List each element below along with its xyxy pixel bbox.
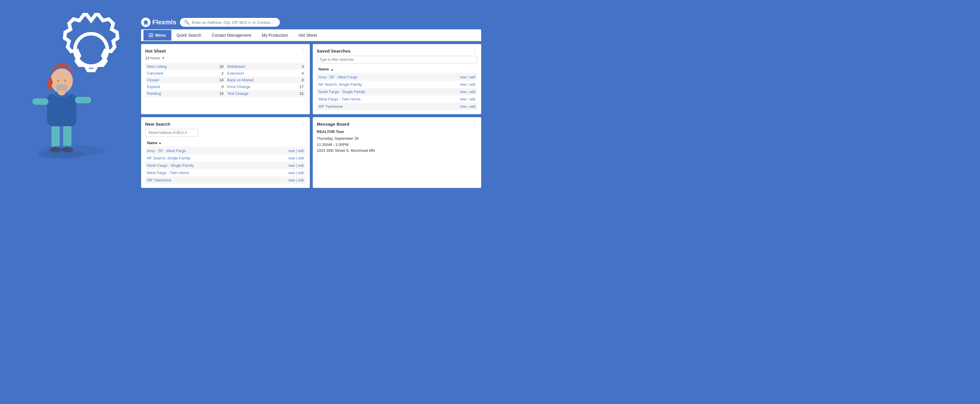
hot-sheet-right-col: Withdrawn 3 Extension 4 Back on Market 0… <box>226 63 306 97</box>
saved-search-edit-0[interactable]: edit <box>470 75 475 79</box>
new-search-new-2[interactable]: new <box>288 163 295 168</box>
saved-search-edit-4[interactable]: edit <box>470 105 475 109</box>
hot-sheet-menu-icon[interactable]: ⋮ <box>301 48 306 54</box>
new-search-name-4[interactable]: WF Twinhome <box>147 178 171 182</box>
hot-sheet-table: New Listing 10 Canceled 2 Closed 14 Expi… <box>145 63 306 97</box>
new-search-edit-4[interactable]: edit <box>298 178 304 182</box>
new-search-name-2[interactable]: North Fargo - Single Family <box>147 163 194 168</box>
saved-search-new-3[interactable]: new <box>460 97 466 101</box>
pending-count: 15 <box>218 91 224 96</box>
nav-link-quick-search[interactable]: Quick Search <box>171 29 207 41</box>
hot-sheet-row-withdrawn: Withdrawn 3 <box>226 63 306 70</box>
new-search-name-0[interactable]: Amy - SF - West Fargo <box>147 149 186 153</box>
new-search-new-0[interactable]: new <box>288 149 295 153</box>
saved-searches-menu-icon[interactable]: ⋮ <box>472 48 477 54</box>
saved-search-name-4[interactable]: WF Twinhome <box>319 104 343 109</box>
nav-item-contact-management[interactable]: Contact Management <box>207 29 257 41</box>
message-board-title: Message Board <box>317 122 350 127</box>
saved-search-actions-3: new | edit <box>460 97 476 101</box>
nav-link-hot-sheet[interactable]: Hot Sheet <box>293 29 322 41</box>
withdrawn-link[interactable]: Withdrawn <box>227 64 245 69</box>
nav-link-contact-management[interactable]: Contact Management <box>207 29 257 41</box>
hot-sheet-left-col: New Listing 10 Canceled 2 Closed 14 Expi… <box>145 63 226 97</box>
nav-link-my-production[interactable]: My Production <box>256 29 293 41</box>
saved-search-edit-2[interactable]: edit <box>470 90 475 94</box>
canceled-link[interactable]: Canceled <box>147 71 163 76</box>
saved-search-actions-2: new | edit <box>460 90 476 94</box>
saved-searches-title: Saved Searches <box>317 48 351 54</box>
saved-search-edit-3[interactable]: edit <box>470 97 475 101</box>
saved-searches-panel: Saved Searches ⋮ Name ▲ Amy - SF - West … <box>313 44 482 114</box>
svg-point-11 <box>57 79 59 82</box>
saved-search-name-3[interactable]: West Fargo - Twin Home <box>319 97 361 101</box>
new-search-new-3[interactable]: new <box>288 171 295 175</box>
new-search-input[interactable] <box>145 129 198 136</box>
closed-link[interactable]: Closed <box>147 78 159 82</box>
new-listing-link[interactable]: New Listing <box>147 64 167 69</box>
new-search-name-3[interactable]: West Fargo - Twin Home <box>147 171 189 175</box>
pending-link[interactable]: Pending <box>147 91 161 96</box>
menu-button[interactable]: Menu <box>143 30 171 41</box>
saved-search-name-1[interactable]: NF Search, Single Family <box>319 82 362 87</box>
new-search-sort-icon[interactable]: ▲ <box>158 141 161 144</box>
saved-searches-filter[interactable] <box>317 56 477 63</box>
search-input[interactable] <box>192 20 274 25</box>
hot-sheet-time[interactable]: 24 hours ▼ <box>145 56 306 60</box>
nav-item-quick-search[interactable]: Quick Search <box>171 29 207 41</box>
new-search-divider-4: | <box>296 178 297 182</box>
name-sort-icon[interactable]: ▲ <box>331 68 334 71</box>
svg-rect-13 <box>56 84 68 91</box>
hot-sheet-time-label: 24 hours <box>145 56 160 60</box>
logo-icon <box>141 17 151 27</box>
expired-link[interactable]: Expired <box>147 84 160 89</box>
new-search-menu-icon[interactable]: ⋮ <box>301 121 306 127</box>
new-search-actions-4: new | edit <box>288 178 304 182</box>
saved-search-new-0[interactable]: new <box>460 75 466 79</box>
new-search-item-1: NF Search, Single Family new | edit <box>145 154 306 162</box>
time-dropdown-arrow: ▼ <box>162 56 165 60</box>
new-search-divider-2: | <box>296 163 297 168</box>
menu-label: Menu <box>155 33 166 38</box>
price-change-count: 17 <box>298 84 304 89</box>
new-search-edit-0[interactable]: edit <box>298 149 304 153</box>
new-search-edit-1[interactable]: edit <box>298 156 304 160</box>
extension-link[interactable]: Extension <box>227 71 244 76</box>
back-on-market-link[interactable]: Back on Market <box>227 78 254 82</box>
saved-searches-col-header: Name ▲ <box>317 66 477 73</box>
person-shadow <box>38 145 106 155</box>
new-search-item-3: West Fargo - Twin Home new | edit <box>145 169 306 176</box>
hamburger-icon <box>149 33 153 37</box>
new-search-edit-2[interactable]: edit <box>298 163 304 168</box>
saved-search-edit-1[interactable]: edit <box>470 82 475 87</box>
saved-search-name-2[interactable]: North Fargo - Single Family <box>319 90 365 94</box>
saved-search-new-4[interactable]: new <box>460 105 466 109</box>
new-search-divider-3: | <box>296 171 297 175</box>
back-on-market-count: 0 <box>298 78 304 82</box>
new-listing-count: 10 <box>218 64 224 69</box>
hot-sheet-panel: Hot Sheet ⋮ 24 hours ▼ New Listing 10 Ca… <box>141 44 310 114</box>
price-change-link[interactable]: Price Change <box>227 84 250 89</box>
new-search-new-4[interactable]: new <box>288 178 295 182</box>
nav-item-my-production[interactable]: My Production <box>256 29 293 41</box>
new-search-actions-3: new | edit <box>288 171 304 175</box>
new-search-new-1[interactable]: new <box>288 156 295 160</box>
saved-search-item-2: North Fargo - Single Family new | edit <box>317 88 477 95</box>
new-search-edit-3[interactable]: edit <box>298 171 304 175</box>
new-search-name-header: Name <box>147 141 157 145</box>
new-search-name-1[interactable]: NF Search, Single Family <box>147 156 190 160</box>
saved-search-name-0[interactable]: Amy - SF - West Fargo <box>319 75 358 79</box>
hot-sheet-title: Hot Sheet <box>145 48 166 54</box>
text-change-link[interactable]: Text Change <box>227 91 249 96</box>
message-board-menu-icon[interactable]: ⋮ <box>472 121 477 127</box>
event-address: 1024 35th Street S. Moorhead MN <box>317 148 477 154</box>
saved-search-new-2[interactable]: new <box>460 90 466 94</box>
divider-1: | <box>468 82 469 87</box>
nav-item-hot-sheet[interactable]: Hot Sheet <box>293 29 322 41</box>
search-bar[interactable]: 🔍 <box>180 18 280 27</box>
new-search-item-4: WF Twinhome new | edit <box>145 176 306 184</box>
event-title: REALTOR Tour <box>317 129 477 135</box>
new-search-item-2: North Fargo - Single Family new | edit <box>145 162 306 169</box>
saved-search-new-1[interactable]: new <box>460 82 466 87</box>
saved-search-item-0: Amy - SF - West Fargo new | edit <box>317 73 477 81</box>
navbar: Menu Quick Search Contact Management My … <box>141 29 481 41</box>
